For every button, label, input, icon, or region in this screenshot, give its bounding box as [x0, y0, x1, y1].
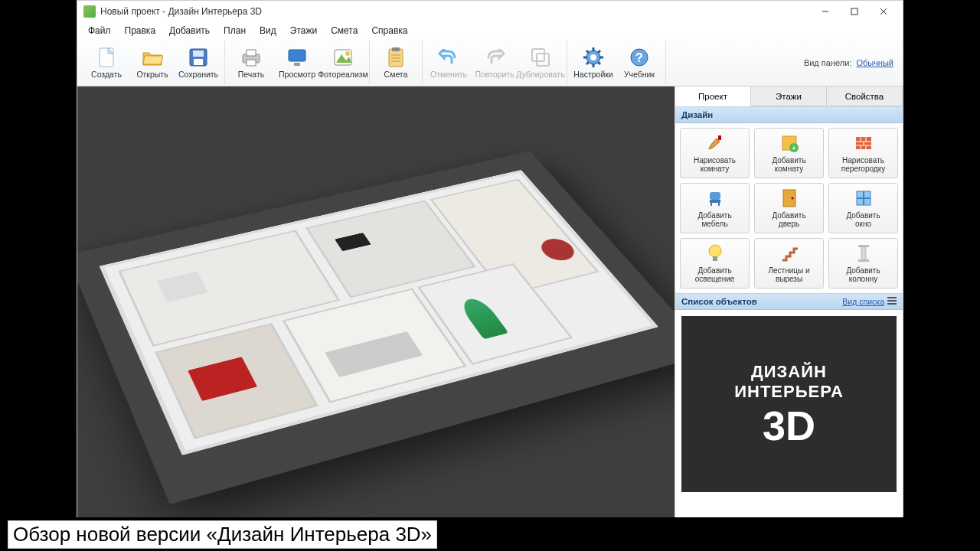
panel-mode-link[interactable]: Обычный	[856, 58, 893, 67]
svg-rect-48	[710, 192, 720, 200]
svg-line-30	[586, 51, 589, 53]
right-panel: Проект Этажи Свойства Дизайн Нарисовать …	[675, 86, 903, 518]
add-furniture-button[interactable]: Добавить мебель	[680, 183, 750, 233]
menu-help[interactable]: Справка	[365, 24, 413, 37]
svg-rect-59	[858, 245, 869, 247]
close-button[interactable]	[869, 1, 898, 22]
svg-point-16	[345, 51, 350, 56]
undo-label: Отменить	[430, 70, 467, 79]
monitor-icon	[286, 47, 308, 68]
tab-floors[interactable]: Этажи	[751, 86, 827, 106]
draw-room-label: Нарисовать комнату	[694, 156, 736, 174]
create-button[interactable]: Создать	[83, 41, 129, 84]
svg-rect-23	[537, 54, 549, 66]
stairs-icon	[779, 243, 799, 263]
menu-plan[interactable]: План	[217, 24, 252, 37]
tab-properties[interactable]: Свойства	[827, 86, 903, 106]
add-column-button[interactable]: Добавить колонну	[828, 238, 898, 289]
tutorial-button[interactable]: ? Учебник	[616, 41, 662, 84]
preview-button[interactable]: Просмотр	[274, 41, 320, 84]
add-room-label: Добавить комнату	[772, 156, 805, 174]
maximize-icon	[851, 8, 858, 15]
duplicate-button[interactable]: Дублировать	[518, 41, 564, 84]
clipboard-icon	[385, 47, 407, 68]
3d-viewport[interactable]	[77, 86, 675, 518]
close-icon	[880, 8, 887, 15]
estimate-label: Смета	[384, 70, 408, 79]
new-file-icon	[96, 47, 117, 68]
design-header-label: Дизайн	[681, 110, 713, 119]
photorealism-icon	[332, 47, 354, 68]
add-door-button[interactable]: Добавить дверь	[754, 183, 824, 233]
photorealism-button[interactable]: Фотореализм	[320, 41, 366, 84]
brush-icon	[705, 133, 725, 153]
design-section-header: Дизайн	[675, 106, 903, 123]
svg-rect-7	[193, 51, 204, 57]
lightbulb-icon	[705, 243, 725, 263]
create-label: Создать	[91, 70, 122, 79]
photo-label: Фотореализм	[318, 70, 368, 79]
menu-floors[interactable]: Этажи	[284, 24, 323, 37]
undo-icon	[438, 47, 459, 68]
column-icon	[854, 243, 874, 263]
minimize-button[interactable]	[811, 1, 840, 22]
list-view-link[interactable]: Вид списка	[842, 297, 897, 306]
save-icon	[188, 47, 209, 68]
window-icon	[854, 188, 874, 208]
undo-button[interactable]: Отменить	[426, 41, 472, 84]
promo-line1: ДИЗАЙН	[751, 362, 827, 382]
settings-button[interactable]: Настройки	[570, 41, 616, 84]
svg-line-33	[586, 62, 589, 64]
list-icon	[887, 297, 897, 306]
svg-rect-10	[247, 50, 256, 56]
svg-point-53	[791, 197, 793, 199]
svg-text:+: +	[792, 144, 796, 152]
open-label: Открыть	[136, 70, 168, 79]
printer-icon	[240, 47, 262, 68]
add-window-button[interactable]: Добавить окно	[828, 183, 898, 233]
floorplan-scene	[77, 152, 675, 504]
add-room-button[interactable]: + Добавить комнату	[754, 128, 824, 178]
menu-estimate[interactable]: Смета	[325, 24, 364, 37]
redo-icon	[484, 47, 505, 68]
save-button[interactable]: Сохранить	[175, 41, 221, 84]
open-button[interactable]: Открыть	[129, 41, 175, 84]
svg-rect-60	[861, 247, 867, 259]
objects-header-label: Список объектов	[681, 297, 757, 306]
print-button[interactable]: Печать	[228, 41, 274, 84]
tab-project[interactable]: Проект	[675, 86, 751, 106]
window-title: Новый проект - Дизайн Интерьера 3D	[100, 6, 811, 17]
furniture-label: Добавить мебель	[697, 211, 731, 229]
design-tools-grid: Нарисовать комнату + Добавить комнату На…	[675, 123, 903, 293]
door-label: Добавить дверь	[772, 211, 805, 229]
svg-rect-18	[392, 47, 400, 51]
menu-add[interactable]: Добавить	[163, 24, 216, 37]
estimate-button[interactable]: Смета	[373, 41, 419, 84]
svg-rect-11	[247, 60, 256, 66]
redo-button[interactable]: Повторить	[472, 41, 518, 84]
folder-open-icon	[142, 47, 163, 68]
svg-point-25	[590, 54, 596, 60]
stairs-label: Лестницы и вырезы	[768, 266, 809, 284]
sidebar-tabs: Проект Этажи Свойства	[675, 86, 903, 106]
menu-view[interactable]: Вид	[253, 24, 283, 37]
save-label: Сохранить	[178, 70, 218, 79]
draw-partition-button[interactable]: Нарисовать перегородку	[828, 128, 898, 178]
menubar: Файл Правка Добавить План Вид Этажи Смет…	[77, 22, 903, 39]
preview-label: Просмотр	[279, 70, 315, 79]
tutorial-label: Учебник	[624, 70, 655, 79]
svg-rect-1	[851, 8, 858, 15]
partition-label: Нарисовать перегородку	[841, 156, 885, 174]
draw-room-button[interactable]: Нарисовать комнату	[680, 128, 750, 178]
svg-rect-22	[532, 49, 544, 61]
maximize-button[interactable]	[840, 1, 869, 22]
stairs-button[interactable]: Лестницы и вырезы	[754, 238, 824, 289]
menu-file[interactable]: Файл	[82, 24, 117, 37]
lighting-label: Добавить освещение	[695, 266, 735, 284]
room-plus-icon: +	[779, 133, 799, 153]
object-list[interactable]: ДИЗАЙН ИНТЕРЬЕРА 3D	[675, 310, 903, 518]
menu-edit[interactable]: Правка	[119, 24, 162, 37]
svg-rect-8	[194, 59, 203, 65]
add-lighting-button[interactable]: Добавить освещение	[680, 238, 750, 289]
list-view-label: Вид списка	[842, 297, 884, 306]
